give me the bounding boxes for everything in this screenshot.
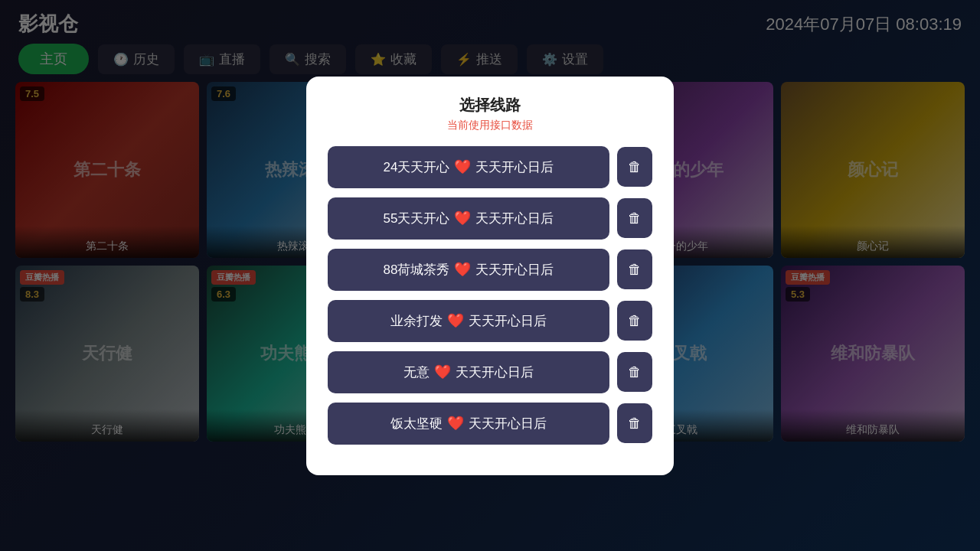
route-item-5: 无意 ❤️ 天天开心日后 🗑: [328, 351, 652, 393]
route-button-2[interactable]: 55天天开心 ❤️ 天天开心日后: [328, 197, 609, 240]
route-suffix-3: 天天开心日后: [475, 261, 554, 279]
route-suffix-4: 天天开心日后: [469, 312, 547, 330]
trash-icon-6: 🗑: [628, 416, 642, 432]
route-item-1: 24天天开心 ❤️ 天天开心日后 🗑: [328, 146, 652, 188]
route-item-3: 88荷城茶秀 ❤️ 天天开心日后 🗑: [328, 249, 652, 291]
route-suffix-5: 天天开心日后: [456, 364, 534, 381]
delete-button-4[interactable]: 🗑: [617, 301, 652, 341]
route-button-5[interactable]: 无意 ❤️ 天天开心日后: [328, 351, 609, 393]
modal-overlay[interactable]: 选择线路 当前使用接口数据 24天天开心 ❤️ 天天开心日后 🗑 55天天开心 …: [0, 0, 980, 551]
route-item-6: 饭太坚硬 ❤️ 天天开心日后 🗑: [328, 403, 652, 445]
route-select-modal: 选择线路 当前使用接口数据 24天天开心 ❤️ 天天开心日后 🗑 55天天开心 …: [306, 77, 674, 475]
route-suffix-6: 天天开心日后: [469, 415, 547, 432]
trash-icon-3: 🗑: [628, 262, 642, 278]
modal-subtitle: 当前使用接口数据: [328, 119, 652, 132]
route-button-3[interactable]: 88荷城茶秀 ❤️ 天天开心日后: [328, 249, 609, 291]
route-item-2: 55天天开心 ❤️ 天天开心日后 🗑: [328, 197, 652, 240]
heart-icon-5: ❤️: [434, 364, 451, 380]
delete-button-1[interactable]: 🗑: [617, 147, 652, 187]
route-button-1[interactable]: 24天天开心 ❤️ 天天开心日后: [328, 146, 609, 188]
heart-icon-3: ❤️: [454, 261, 471, 278]
delete-button-6[interactable]: 🗑: [617, 403, 652, 443]
route-label-1: 24天天开心: [384, 158, 450, 176]
heart-icon-6: ❤️: [447, 415, 464, 432]
modal-title: 选择线路: [328, 95, 652, 116]
heart-icon-2: ❤️: [454, 210, 471, 227]
heart-icon-1: ❤️: [454, 158, 471, 175]
delete-button-3[interactable]: 🗑: [617, 249, 652, 289]
trash-icon-5: 🗑: [628, 364, 642, 380]
trash-icon-4: 🗑: [628, 313, 642, 329]
route-suffix-1: 天天开心日后: [475, 158, 554, 176]
delete-button-5[interactable]: 🗑: [617, 352, 652, 392]
route-button-6[interactable]: 饭太坚硬 ❤️ 天天开心日后: [328, 403, 609, 445]
route-button-4[interactable]: 业余打发 ❤️ 天天开心日后: [328, 300, 609, 342]
route-item-4: 业余打发 ❤️ 天天开心日后 🗑: [328, 300, 652, 342]
route-label-5: 无意: [403, 364, 430, 381]
delete-button-2[interactable]: 🗑: [617, 198, 652, 238]
trash-icon-1: 🗑: [628, 159, 642, 175]
heart-icon-4: ❤️: [447, 312, 464, 329]
trash-icon-2: 🗑: [628, 210, 642, 227]
route-label-6: 饭太坚硬: [390, 415, 443, 432]
route-label-3: 88荷城茶秀: [384, 261, 450, 279]
route-label-4: 业余打发: [390, 312, 443, 330]
route-suffix-2: 天天开心日后: [475, 210, 554, 227]
route-label-2: 55天天开心: [384, 210, 450, 227]
